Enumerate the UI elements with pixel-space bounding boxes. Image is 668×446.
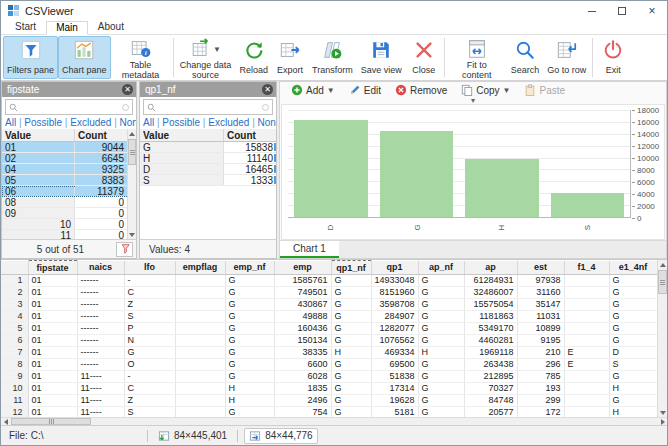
table-cell[interactable]: 61284931 xyxy=(464,275,517,287)
table-cell[interactable]: 01 xyxy=(28,395,77,407)
clear-search-icon[interactable] xyxy=(262,104,269,111)
table-cell[interactable]: 2496 xyxy=(274,395,331,407)
table-cell[interactable]: ------ xyxy=(77,347,124,359)
table-cell[interactable]: 1969118 xyxy=(464,347,517,359)
filter-value-row[interactable]: 02 6645 xyxy=(2,153,127,164)
table-cell[interactable] xyxy=(564,311,609,323)
table-cell[interactable]: G xyxy=(331,395,371,407)
table-cell[interactable]: G xyxy=(418,311,464,323)
table-cell[interactable]: G xyxy=(418,287,464,299)
table-cell[interactable]: 5349170 xyxy=(464,323,517,335)
table-cell[interactable] xyxy=(175,311,225,323)
table-cell[interactable]: G xyxy=(225,323,274,335)
table-cell[interactable]: C xyxy=(124,287,175,299)
column-header-emp[interactable]: emp xyxy=(274,261,331,275)
table-cell[interactable]: 1181863 xyxy=(464,311,517,323)
table-cell[interactable]: 785 xyxy=(517,371,564,383)
table-cell[interactable]: G xyxy=(609,371,657,383)
table-cell[interactable]: G xyxy=(418,359,464,371)
table-cell[interactable]: 299 xyxy=(517,395,564,407)
vertical-scrollbar[interactable] xyxy=(657,260,667,417)
table-cell[interactable]: 8151960 xyxy=(371,287,418,299)
table-cell[interactable]: G xyxy=(418,395,464,407)
filter-link-all[interactable]: All xyxy=(143,117,154,128)
table-cell[interactable]: 9 xyxy=(1,371,28,383)
ribbon-button-go-to-row[interactable]: Go to row xyxy=(543,36,590,79)
table-cell[interactable]: 11---- xyxy=(77,395,124,407)
count-column-header[interactable]: Count xyxy=(75,129,127,141)
table-cell[interactable]: 749501 xyxy=(274,287,331,299)
table-cell[interactable]: 5 xyxy=(1,323,28,335)
table-cell[interactable]: G xyxy=(225,311,274,323)
table-cell[interactable]: S xyxy=(609,359,657,371)
filter-toggle-button[interactable] xyxy=(116,242,133,257)
table-cell[interactable]: 01 xyxy=(28,347,77,359)
ribbon-button-reload[interactable]: Reload xyxy=(236,36,273,79)
scroll-down-icon[interactable] xyxy=(658,408,667,417)
table-cell[interactable]: 1282077 xyxy=(371,323,418,335)
table-cell[interactable]: 01 xyxy=(28,299,77,311)
table-cell[interactable]: 51838 xyxy=(371,371,418,383)
table-cell[interactable]: 1 xyxy=(1,275,28,287)
table-cell[interactable]: 17314 xyxy=(371,383,418,395)
table-cell[interactable] xyxy=(175,323,225,335)
chart-copy-button[interactable]: Copy▼ xyxy=(454,82,517,98)
table-cell[interactable]: 6600 xyxy=(274,359,331,371)
table-cell[interactable]: C xyxy=(124,383,175,395)
table-cell[interactable]: 284907 xyxy=(371,311,418,323)
table-cell[interactable]: 430867 xyxy=(274,299,331,311)
table-cell[interactable] xyxy=(564,371,609,383)
count-column-header[interactable]: Count xyxy=(224,129,276,141)
table-cell[interactable]: 15575054 xyxy=(464,299,517,311)
table-cell[interactable]: G xyxy=(225,371,274,383)
table-cell[interactable]: 6 xyxy=(1,335,28,347)
table-cell[interactable]: D xyxy=(609,347,657,359)
table-cell[interactable]: 97938 xyxy=(517,275,564,287)
table-cell[interactable]: 01 xyxy=(28,275,77,287)
search-input[interactable] xyxy=(158,102,259,113)
table-cell[interactable]: 7 xyxy=(1,347,28,359)
table-cell[interactable]: 01 xyxy=(28,323,77,335)
table-cell[interactable]: 6028 xyxy=(274,371,331,383)
table-cell[interactable]: 2 xyxy=(1,287,28,299)
table-cell[interactable] xyxy=(564,335,609,347)
column-header-naics[interactable]: naics xyxy=(77,261,124,275)
filter-link-none[interactable]: None xyxy=(120,117,136,128)
table-cell[interactable] xyxy=(175,359,225,371)
column-header-lfo[interactable]: lfo xyxy=(124,261,175,275)
filter-value-row[interactable]: 04 9325 xyxy=(2,164,127,175)
table-cell[interactable]: G xyxy=(225,335,274,347)
ribbon-button-fit-to-content[interactable]: Fit to content xyxy=(447,36,507,79)
tab-start[interactable]: Start xyxy=(5,20,46,34)
ribbon-button-search[interactable]: Search xyxy=(507,36,544,79)
table-cell[interactable]: G xyxy=(225,347,274,359)
ribbon-button-save-view[interactable]: Save view xyxy=(357,36,406,79)
table-cell[interactable]: O xyxy=(124,359,175,371)
table-cell[interactable]: 3 xyxy=(1,299,28,311)
table-cell[interactable]: ------ xyxy=(77,311,124,323)
table-cell[interactable]: G xyxy=(609,311,657,323)
table-cell[interactable]: 160436 xyxy=(274,323,331,335)
close-pane-icon[interactable]: ✕ xyxy=(262,84,273,95)
table-cell[interactable]: 11---- xyxy=(77,371,124,383)
table-cell[interactable]: - xyxy=(124,371,175,383)
table-cell[interactable]: G xyxy=(331,335,371,347)
table-cell[interactable]: 49888 xyxy=(274,311,331,323)
table-cell[interactable]: H xyxy=(225,395,274,407)
chart-remove-button[interactable]: Remove xyxy=(388,82,454,98)
tab-about[interactable]: About xyxy=(88,20,134,34)
table-cell[interactable]: 4 xyxy=(1,311,28,323)
table-cell[interactable]: G xyxy=(609,395,657,407)
table-cell[interactable] xyxy=(175,287,225,299)
table-cell[interactable]: 212895 xyxy=(464,371,517,383)
ribbon-button-change-data-source[interactable]: ▼ Change data source xyxy=(176,36,236,79)
horizontal-scrollbar[interactable] xyxy=(1,417,667,425)
table-cell[interactable]: H xyxy=(331,347,371,359)
column-header-fipstate[interactable]: fipstate xyxy=(28,261,77,275)
table-cell[interactable]: N xyxy=(124,335,175,347)
filter-value-row[interactable]: 10 0 xyxy=(2,219,127,230)
filter-link-possible[interactable]: Possible xyxy=(162,117,200,128)
filter-value-row[interactable]: S 1333 xyxy=(140,175,276,186)
table-cell[interactable]: G xyxy=(418,383,464,395)
scrollbar-thumb[interactable] xyxy=(658,270,667,294)
